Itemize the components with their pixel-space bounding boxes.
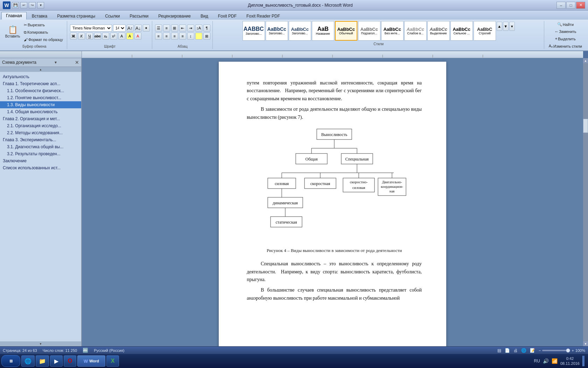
align-justify-btn[interactable]: ≡ — [179, 33, 186, 40]
tab-page-layout[interactable]: Разметка страницы — [52, 12, 100, 20]
zoom-control[interactable]: − + 100% — [539, 348, 585, 353]
tray-network-icon[interactable]: 📶 — [552, 358, 558, 364]
view-draft-btn[interactable]: 📝 — [530, 348, 535, 353]
style-subtitle[interactable]: AaBbCcПодзагол... — [358, 21, 380, 41]
copy-btn[interactable]: ⧉ Копировать — [22, 29, 65, 36]
sidebar-scroll-up[interactable]: ▲ — [0, 67, 81, 72]
zoom-in-btn[interactable]: + — [572, 348, 574, 353]
style-title[interactable]: AaBНазвание — [312, 21, 334, 41]
clear-format-btn[interactable]: ✦ — [143, 25, 150, 32]
nav-item-1-1[interactable]: 1.1. Особенности физическ... — [0, 87, 81, 94]
tab-insert[interactable]: Вставка — [27, 12, 52, 20]
nav-item-1-3[interactable]: 1.3. Виды выносливости — [0, 101, 81, 108]
replace-btn[interactable]: ↔ Заменить — [553, 28, 578, 35]
bullet-list-btn[interactable]: ☰ — [155, 25, 162, 32]
sidebar-dropdown-btn[interactable]: ▾ — [55, 60, 57, 65]
maximize-btn[interactable]: □ — [566, 2, 575, 9]
styles-scroll-up[interactable]: ▲ — [497, 22, 502, 31]
style-normal[interactable]: AaBbCcОбычный — [335, 21, 357, 41]
styles-expand[interactable]: ▾ — [509, 22, 515, 31]
grow-font-btn[interactable]: A↑ — [127, 25, 134, 32]
style-heading1[interactable]: AABBCЗаголово... — [243, 21, 265, 41]
font-family-select[interactable]: Times New Roman — [70, 25, 112, 32]
style-strong[interactable]: AaBbCcСильное ... — [450, 21, 473, 41]
doc-area[interactable]: путем повторения упражнений высокой инте… — [82, 58, 583, 346]
nav-item-conclusion[interactable]: Заключение — [0, 157, 81, 164]
view-normal-btn[interactable]: ▤ — [497, 348, 501, 353]
taskbar-ie-btn[interactable]: 🌐 — [21, 355, 35, 367]
select-btn[interactable]: ⌖ Выделить — [553, 35, 578, 42]
right-scrollbar[interactable]: ▲ ▼ — [583, 58, 588, 346]
quick-redo-btn[interactable]: ↪ — [29, 2, 36, 8]
show-marks-btn[interactable]: ¶ — [203, 25, 210, 32]
style-heading2[interactable]: AaBbCcЗаголово... — [266, 21, 288, 41]
view-web-btn[interactable]: 🌐 — [521, 348, 526, 353]
scroll-up-btn[interactable]: ▲ — [583, 58, 588, 63]
style-emphasis[interactable]: AaBbCcВыделение — [427, 21, 450, 41]
nav-item-chapter2[interactable]: Глава 2. Организация и мет... — [0, 115, 81, 122]
tab-references[interactable]: Ссылки — [100, 12, 124, 20]
change-styles-btn[interactable]: Aₐ Изменить стили — [547, 43, 584, 49]
font-size-select[interactable]: 14 — [113, 25, 126, 32]
tab-view[interactable]: Вид — [196, 12, 213, 20]
sort-btn[interactable]: ↕A — [195, 25, 202, 32]
style-heading3[interactable]: AaBbCcЗаголово... — [289, 21, 311, 41]
strikethrough-btn[interactable]: аbс — [94, 33, 101, 40]
tray-volume-icon[interactable]: 🔊 — [543, 358, 549, 364]
taskbar-word-btn[interactable]: WWord — [77, 355, 105, 367]
quick-save-btn[interactable]: 💾 — [12, 2, 19, 8]
close-btn[interactable]: ✕ — [576, 2, 585, 9]
find-btn[interactable]: 🔍 Найти — [555, 21, 575, 28]
nav-item-2-2[interactable]: 2.2. Методы исследования... — [0, 129, 81, 136]
quick-undo-btn[interactable]: ↩ — [20, 2, 27, 8]
highlight-btn[interactable]: A — [126, 33, 133, 40]
taskbar-explorer-btn[interactable]: 📁 — [36, 355, 49, 367]
tab-home[interactable]: Главная — [1, 12, 27, 20]
system-clock[interactable]: 0:42 08.11.2016 — [560, 356, 580, 366]
tab-foxit-pdf[interactable]: Foxit PDF — [214, 12, 241, 20]
format-paint-btn[interactable]: 🖌 Формат по образцу — [22, 36, 65, 43]
taskbar-opera-btn[interactable]: O — [64, 355, 76, 367]
quick-menu-btn[interactable]: ▾ — [37, 2, 44, 8]
view-print-btn[interactable]: 🖨 — [513, 348, 518, 353]
scroll-down-btn[interactable]: ▼ — [583, 341, 588, 346]
nav-item-1-4[interactable]: 1.4. Общая выносливость — [0, 108, 81, 115]
nav-item-3-2[interactable]: 3.2. Результаты проведен... — [0, 150, 81, 157]
start-button[interactable]: ⊞ — [1, 355, 20, 367]
zoom-slider[interactable] — [542, 350, 570, 351]
nav-item-3-1[interactable]: 3.1. Диагностика общей вы... — [0, 143, 81, 150]
cut-btn[interactable]: ✂ Вырезать — [22, 22, 65, 28]
tray-lang-icon[interactable]: RU — [534, 359, 540, 363]
tab-review[interactable]: Рецензирование — [154, 12, 195, 20]
style-subtle-emphasis[interactable]: AaBbCcСлабое в... — [404, 21, 427, 41]
line-spacing-btn[interactable]: ↕ — [187, 33, 194, 40]
shading-btn[interactable] — [195, 33, 202, 40]
superscript-btn[interactable]: x² — [110, 33, 117, 40]
minimize-btn[interactable]: – — [556, 2, 566, 9]
nav-item-1-2[interactable]: 1.2. Понятие выносливост... — [0, 94, 81, 101]
zoom-out-btn[interactable]: − — [539, 348, 541, 353]
align-center-btn[interactable]: ≡ — [163, 33, 170, 40]
align-left-btn[interactable]: ≡ — [155, 33, 162, 40]
show-desktop-btn[interactable] — [582, 356, 584, 366]
style-strict[interactable]: AaBbCСтрогий — [474, 21, 496, 41]
nav-item-references[interactable]: Список использованных ист... — [0, 164, 81, 171]
nav-item-chapter3[interactable]: Глава 3. Эксперименталь... — [0, 136, 81, 143]
style-no-spacing[interactable]: AaBbCcБез инте... — [381, 21, 404, 41]
styles-scroll-down[interactable]: ▼ — [503, 22, 509, 31]
tab-mailings[interactable]: Рассылки — [125, 12, 153, 20]
sidebar-close-btn[interactable]: ✕ — [75, 60, 79, 65]
nav-item-chapter1[interactable]: Глава 1. Теоретические асп... — [0, 80, 81, 87]
decrease-indent-btn[interactable]: ⇤ — [179, 25, 186, 32]
borders-btn[interactable]: ⊞ — [203, 33, 210, 40]
scroll-track[interactable] — [583, 63, 588, 341]
taskbar-media-btn[interactable]: ▶ — [50, 355, 63, 367]
nav-item-2-1[interactable]: 2.1. Организация исследо... — [0, 122, 81, 129]
multilevel-list-btn[interactable]: ⊞ — [171, 25, 178, 32]
text-effects-btn[interactable]: A — [118, 33, 125, 40]
subscript-btn[interactable]: x₂ — [102, 33, 109, 40]
numbered-list-btn[interactable]: ≡ — [163, 25, 170, 32]
align-right-btn[interactable]: ≡ — [171, 33, 178, 40]
shrink-font-btn[interactable]: A↓ — [135, 25, 142, 32]
font-color-btn[interactable]: A — [134, 33, 141, 40]
